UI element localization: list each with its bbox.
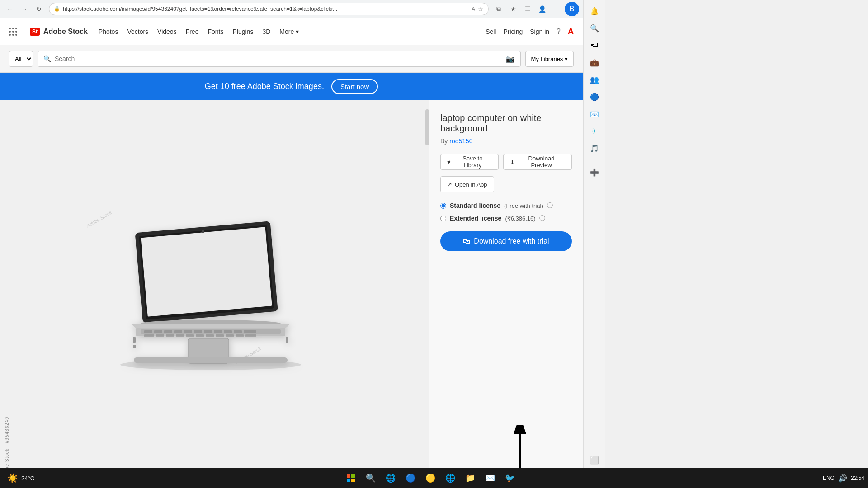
sidebar-notification-icon[interactable]: 🔔 bbox=[587, 4, 602, 18]
action-buttons: ♥ Save to Library ⬇ Download Preview bbox=[440, 154, 572, 170]
standard-license-option[interactable]: Standard license (Free with trial) ⓘ bbox=[440, 202, 572, 210]
sell-link[interactable]: Sell bbox=[486, 28, 496, 35]
download-free-trial-button[interactable]: 🛍 Download free with trial bbox=[440, 231, 572, 251]
user-button[interactable]: 👤 bbox=[536, 3, 548, 15]
nav-vectors[interactable]: Vectors bbox=[127, 28, 148, 35]
image-panel: Adobe Stock Adobe Stock Adobe Stock bbox=[0, 100, 425, 488]
nav-free[interactable]: Free bbox=[186, 28, 199, 35]
camera-search-icon[interactable]: 📷 bbox=[506, 55, 515, 63]
bing-button[interactable]: B bbox=[565, 2, 579, 16]
pricing-link[interactable]: Pricing bbox=[503, 28, 523, 35]
collections-button[interactable]: ☰ bbox=[521, 3, 534, 15]
taskbar-mail-button[interactable]: ✉️ bbox=[481, 469, 499, 487]
sidebar-edge-icon[interactable]: 🔵 bbox=[587, 89, 602, 104]
save-to-library-button[interactable]: ♥ Save to Library bbox=[440, 154, 499, 170]
license-section: Standard license (Free with trial) ⓘ Ext… bbox=[440, 202, 572, 222]
taskbar-search-button[interactable]: 🔍 bbox=[362, 469, 380, 487]
split-view-button[interactable]: ⧉ bbox=[492, 3, 505, 15]
search-input[interactable] bbox=[55, 55, 502, 62]
svg-rect-9 bbox=[164, 330, 172, 333]
svg-rect-17 bbox=[244, 330, 256, 333]
taskbar-twitter-button[interactable]: 🐦 bbox=[501, 469, 519, 487]
nav-fonts[interactable]: Fonts bbox=[208, 28, 223, 35]
svg-rect-13 bbox=[204, 330, 212, 333]
extended-license-radio[interactable] bbox=[440, 216, 446, 221]
svg-rect-7 bbox=[144, 330, 152, 333]
svg-rect-11 bbox=[184, 330, 192, 333]
address-bar[interactable]: 🔒 https://stock.adobe.com/in/images/id/9… bbox=[49, 3, 489, 15]
standard-license-radio[interactable] bbox=[440, 203, 446, 209]
more-button[interactable]: ⋯ bbox=[550, 3, 563, 15]
standard-info-icon[interactable]: ⓘ bbox=[547, 202, 553, 210]
svg-rect-25 bbox=[216, 334, 224, 337]
my-libraries-button[interactable]: My Libraries ▾ bbox=[525, 51, 574, 67]
nav-plugins[interactable]: Plugins bbox=[232, 28, 253, 35]
weather-widget[interactable]: ☀️ 24°C bbox=[4, 473, 38, 483]
sign-in-link[interactable]: Sign in bbox=[530, 28, 549, 35]
adobe-logo: A bbox=[568, 27, 574, 36]
sidebar-add-icon[interactable]: ➕ bbox=[587, 165, 602, 179]
lock-icon: 🔒 bbox=[54, 6, 60, 12]
svg-rect-32 bbox=[133, 337, 136, 343]
my-libraries-label: My Libraries ▾ bbox=[531, 56, 568, 62]
image-title: laptop computer on white background bbox=[440, 113, 572, 134]
reload-button[interactable]: ↻ bbox=[33, 3, 45, 15]
sidebar-spotify-icon[interactable]: 🎵 bbox=[587, 141, 602, 155]
taskbar-files-button[interactable]: 📁 bbox=[461, 469, 479, 487]
extended-info-icon[interactable]: ⓘ bbox=[539, 214, 545, 222]
download-preview-button[interactable]: ⬇ Download Preview bbox=[503, 154, 572, 170]
nav-more[interactable]: More ▾ bbox=[279, 28, 299, 35]
shopping-bag-icon: 🛍 bbox=[463, 237, 470, 245]
taskbar-widgets-button[interactable]: 🌐 bbox=[382, 469, 400, 487]
taskbar: ☀️ 24°C 🔍 🌐 🔵 � bbox=[0, 468, 868, 488]
forward-button[interactable]: → bbox=[18, 3, 31, 15]
scrollbar[interactable] bbox=[425, 100, 429, 488]
url-text: https://stock.adobe.com/in/images/id/954… bbox=[63, 6, 337, 12]
taskbar-browser-button[interactable]: 🔵 bbox=[401, 469, 420, 487]
product-image bbox=[95, 208, 330, 380]
extended-license-option[interactable]: Extended license (₹6,386.16) ⓘ bbox=[440, 214, 572, 222]
author-link[interactable]: rod5150 bbox=[449, 137, 472, 145]
svg-rect-19 bbox=[156, 334, 164, 337]
nav-photos[interactable]: Photos bbox=[99, 28, 118, 35]
sidebar-layout-icon[interactable]: ⬜ bbox=[587, 453, 602, 467]
taskbar-sound-icon[interactable]: 🔊 bbox=[838, 474, 847, 483]
svg-rect-15 bbox=[224, 330, 232, 333]
star-icon[interactable]: ☆ bbox=[478, 5, 484, 13]
sidebar-briefcase-icon[interactable]: 💼 bbox=[587, 55, 602, 70]
taskbar-yellow-icon[interactable]: 🟡 bbox=[421, 469, 439, 487]
nav-3d[interactable]: 3D bbox=[262, 28, 270, 35]
start-now-button[interactable]: Start now bbox=[331, 79, 378, 94]
info-panel: laptop computer on white background By r… bbox=[429, 100, 583, 488]
back-button[interactable]: ← bbox=[4, 3, 16, 15]
svg-rect-33 bbox=[133, 345, 136, 348]
sidebar-outlook-icon[interactable]: 📧 bbox=[587, 107, 602, 121]
svg-rect-12 bbox=[194, 330, 202, 333]
sidebar-people-icon[interactable]: 👥 bbox=[587, 72, 602, 87]
extended-license-price: (₹6,386.16) bbox=[505, 215, 535, 222]
sidebar-telegram-icon[interactable]: ✈ bbox=[587, 124, 602, 138]
header-nav: Photos Vectors Videos Free Fonts Plugins… bbox=[99, 28, 475, 35]
apps-grid-button[interactable] bbox=[9, 28, 17, 36]
share-icon: ↗ bbox=[447, 181, 452, 188]
sidebar-search-icon[interactable]: 🔍 bbox=[587, 21, 602, 35]
taskbar-start-button[interactable] bbox=[342, 469, 360, 487]
taskbar-globe-icon[interactable]: 🌐 bbox=[441, 469, 459, 487]
search-type-select[interactable]: All bbox=[9, 51, 33, 67]
image-author: By rod5150 bbox=[440, 137, 572, 145]
favorites-button[interactable]: ★ bbox=[507, 3, 519, 15]
svg-rect-22 bbox=[186, 334, 194, 337]
svg-rect-14 bbox=[214, 330, 222, 333]
st-badge: St bbox=[30, 28, 40, 36]
nav-videos[interactable]: Videos bbox=[157, 28, 177, 35]
help-icon[interactable]: ? bbox=[557, 28, 561, 36]
sidebar-tag-icon[interactable]: 🏷 bbox=[587, 38, 602, 52]
svg-rect-26 bbox=[226, 334, 234, 337]
reader-mode-icon[interactable]: A̅ bbox=[472, 6, 475, 12]
svg-rect-40 bbox=[351, 479, 355, 482]
svg-rect-31 bbox=[134, 357, 288, 363]
search-icon: 🔍 bbox=[43, 55, 51, 62]
open-in-app-button[interactable]: ↗ Open in App bbox=[440, 176, 494, 192]
weather-icon: ☀️ bbox=[7, 473, 19, 483]
svg-rect-34 bbox=[286, 337, 288, 343]
